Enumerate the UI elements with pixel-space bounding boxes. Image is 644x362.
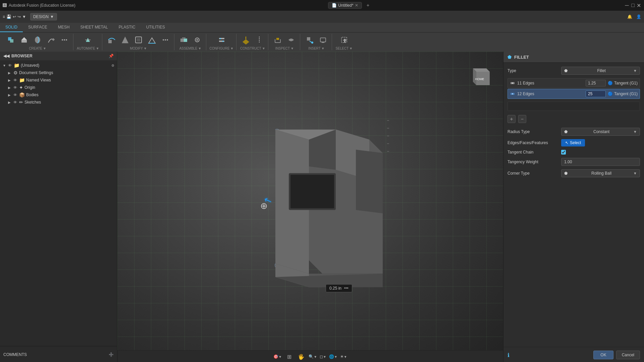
inspect-label[interactable]: INSPECT▼ (275, 47, 294, 50)
tab-plastic[interactable]: PLASTIC (113, 23, 141, 32)
browser-item-named-views[interactable]: ▶ 👁 📁 Named Views (0, 76, 117, 84)
visibility-eye-icon[interactable]: 👁 (13, 78, 17, 82)
tangency-weight-input[interactable] (561, 158, 640, 166)
insert-canvas-button[interactable] (317, 34, 329, 46)
edge-11-value-input[interactable] (586, 80, 606, 86)
modify-chamfer-button[interactable] (119, 34, 131, 46)
inspect-zebra-button[interactable] (285, 34, 297, 46)
browser-pin-button[interactable]: 📌 (109, 54, 114, 58)
create-revolve-button[interactable] (32, 34, 44, 46)
configure-label[interactable]: CONFIGURE▼ (210, 47, 234, 50)
orbit-button[interactable]: 🖐 (297, 352, 306, 361)
redo-dropdown-button[interactable]: ▼ (22, 14, 26, 19)
browser-item-label: Origin (24, 85, 35, 90)
display-button[interactable]: ◻ ▼ (320, 354, 326, 359)
maximize-button[interactable]: □ (631, 3, 635, 8)
camera-button[interactable]: 🎯 ▼ (273, 354, 282, 359)
grid-button[interactable]: ⊞ (284, 352, 294, 361)
add-edge-set-button[interactable]: ＋ (507, 115, 516, 123)
ok-button[interactable]: OK (593, 351, 613, 359)
environment-icon: ☀ (340, 354, 344, 359)
type-dropdown[interactable]: ⬟ Fillet ▼ (561, 67, 640, 75)
collapse-browser-button[interactable]: ◀◀ (3, 54, 9, 58)
render-mode-button[interactable]: 🌐 ▼ (329, 354, 337, 359)
tab-surface[interactable]: SURFACE (23, 23, 53, 32)
select-button[interactable] (338, 34, 350, 46)
new-tab-button[interactable]: ＋ (364, 1, 372, 9)
visibility-eye-icon[interactable]: 👁 (13, 85, 17, 89)
modify-shell-button[interactable] (132, 34, 145, 46)
nav-home-button[interactable]: ≡ (3, 14, 5, 19)
edge-12-value-input[interactable] (586, 90, 606, 97)
modify-label[interactable]: MODIFY▼ (130, 47, 147, 50)
insert-label[interactable]: INSERT▼ (308, 47, 324, 50)
create-new-body-button[interactable] (5, 34, 17, 46)
tab-close-button[interactable]: ✕ (355, 3, 358, 8)
visibility-eye-icon[interactable]: 👁 (13, 93, 17, 97)
measure-options-button[interactable]: ••• (344, 286, 348, 291)
edge-12-type: 🔵 Tangent (G1) (608, 92, 638, 96)
browser-item-sketches[interactable]: ▶ 👁 ✏ Sketches (0, 99, 117, 106)
undo-button[interactable]: ↩ (13, 14, 16, 19)
remove-edge-set-button[interactable]: － (518, 115, 526, 123)
svg-rect-2 (21, 40, 27, 43)
create-sweep-button[interactable] (45, 34, 57, 46)
browser-item-bodies[interactable]: ▶ 👁 📦 Bodies (0, 91, 117, 99)
environment-button[interactable]: ☀ ▼ (340, 354, 347, 359)
view-cube[interactable]: HOME (466, 62, 493, 89)
create-more-button[interactable] (58, 34, 70, 46)
radius-type-dropdown[interactable]: ⬟ Constant ▼ (561, 128, 640, 136)
account-icon[interactable]: 👤 (636, 14, 641, 19)
select-label[interactable]: SELECT▼ (335, 47, 353, 50)
browser-item-unsaved[interactable]: ▼ 👁 📁 (Unsaved) ⚙ (0, 62, 117, 69)
modify-fillet-button[interactable] (106, 34, 118, 46)
toolbar-group-assemble: ASSEMBLE▼ (175, 34, 206, 50)
construct-axis-button[interactable] (253, 34, 265, 46)
document-tab[interactable]: 📄 Untitled* ✕ (328, 2, 362, 9)
visibility-eye-icon[interactable]: 👁 (8, 63, 12, 67)
design-dropdown-button[interactable]: DESIGN ▼ (30, 13, 57, 20)
tangent-chain-checkbox[interactable] (561, 150, 566, 155)
browser-item-origin[interactable]: ▶ 👁 ✦ Origin (0, 84, 117, 91)
edge-row-12[interactable]: 12 Edges 🔵 Tangent (G1) (507, 89, 640, 99)
edge-row-11[interactable]: 11 Edges 🔵 Tangent (G1) (507, 78, 640, 88)
help-icon[interactable]: 🔔 (627, 14, 632, 19)
folder-icon: 📁 (14, 63, 19, 68)
visibility-eye-icon[interactable]: 👁 (13, 100, 17, 104)
assemble-button[interactable] (178, 34, 190, 46)
cancel-button[interactable]: Cancel (616, 351, 640, 359)
tab-sheet-metal[interactable]: SHEET METAL (75, 23, 113, 32)
minimize-button[interactable]: ─ (625, 3, 629, 8)
tangency-weight-label: Tangency Weight (507, 160, 561, 164)
modify-more-button[interactable] (159, 34, 171, 46)
corner-type-dropdown-icon: ▼ (633, 171, 637, 175)
select-button[interactable]: ↖ Select (561, 139, 585, 146)
tab-mesh[interactable]: MESH (53, 23, 75, 32)
create-label[interactable]: CREATE▼ (29, 47, 46, 50)
redo-button[interactable]: ↪ (17, 14, 21, 19)
configure-button[interactable] (216, 34, 228, 46)
assemble-joint-button[interactable] (191, 34, 203, 46)
insert-derive-button[interactable] (304, 34, 316, 46)
close-button[interactable]: ✕ (637, 3, 641, 8)
corner-type-dropdown[interactable]: ⬟ Rolling Ball ▼ (561, 169, 640, 177)
create-extrude-button[interactable] (18, 34, 30, 46)
nav-save-button[interactable]: 💾 (6, 14, 11, 19)
tab-utilities[interactable]: UTILITIES (141, 23, 170, 32)
tab-label: Untitled* (338, 3, 353, 8)
toolbar-group-modify: MODIFY▼ (103, 34, 174, 50)
info-button[interactable]: ℹ (507, 352, 509, 358)
svg-point-15 (163, 39, 164, 41)
automate-button[interactable] (82, 34, 94, 46)
viewport[interactable]: ⊕ ↖ 0.25 in ••• HOME ━ ━ ━ (117, 52, 503, 362)
browser-item-document-settings[interactable]: ▶ ⚙ Document Settings (0, 69, 117, 76)
zoom-button[interactable]: 🔍 ▼ (309, 354, 317, 359)
comments-add-button[interactable]: ➕ (109, 352, 114, 357)
inspect-measure-button[interactable] (272, 34, 284, 46)
assemble-label[interactable]: ASSEMBLE▼ (179, 47, 202, 50)
automate-label[interactable]: AUTOMATE▼ (77, 47, 99, 50)
construct-label[interactable]: CONSTRUCT▼ (240, 47, 265, 50)
construct-plane-button[interactable] (240, 34, 252, 46)
modify-draft-button[interactable] (146, 34, 158, 46)
tab-solid[interactable]: SOLID (0, 23, 23, 32)
